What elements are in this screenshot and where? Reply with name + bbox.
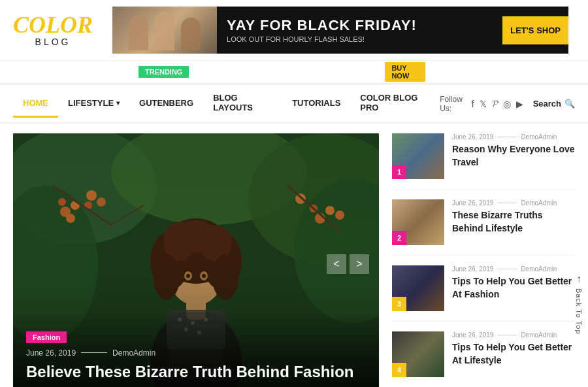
sidebar-item[interactable]: 1 June 26, 2019 DemoAdmin Reason Why Eve… — [392, 133, 575, 190]
sidebar-meta: June 26, 2019 DemoAdmin — [452, 265, 575, 273]
sidebar-number: 1 — [392, 165, 406, 179]
sidebar-item-content: June 26, 2019 DemoAdmin These Bizarre Tr… — [452, 199, 575, 245]
site-logo[interactable]: COLOR BLOG — [13, 13, 93, 47]
sidebar-author: DemoAdmin — [521, 133, 557, 141]
sidebar-date: June 26, 2019 — [452, 133, 493, 141]
hero-meta-divider — [81, 352, 107, 353]
nav-item-blog-layouts[interactable]: BLOG LAYOUTS — [203, 85, 282, 122]
sidebar-item[interactable]: 3 June 26, 2019 DemoAdmin Tips To Help Y… — [392, 265, 575, 322]
back-to-top-button[interactable]: ↑ Back To Top — [575, 273, 583, 335]
banner-title: YAY FOR BLACK FRIDAY! — [227, 17, 493, 34]
hero-meta: June 26, 2019 DemoAdmin — [26, 348, 366, 358]
header: COLOR BLOG YAY FOR BLACK FRIDAY! LOOK OU… — [0, 0, 588, 61]
sidebar-item-content: June 26, 2019 DemoAdmin Tips To Help You… — [452, 331, 575, 377]
hero-title: Believe These Bizarre Truth Behind Fashi… — [26, 362, 366, 382]
hero-slider: < > Fashion June 26, 2019 DemoAdmin Beli… — [13, 133, 379, 387]
logo-blog-text: BLOG — [35, 37, 71, 47]
sidebar-date: June 26, 2019 — [452, 331, 493, 339]
hero-controls: < > — [327, 254, 369, 274]
follow-label: Follow Us: — [440, 95, 466, 113]
banner-text: YAY FOR BLACK FRIDAY! LOOK OUT FOR HOURL… — [217, 10, 502, 50]
facebook-icon[interactable]: f — [472, 99, 474, 109]
sidebar-thumb: 4 — [392, 331, 444, 377]
sidebar-number: 4 — [392, 363, 406, 377]
meta-divider — [497, 203, 517, 203]
arrow-up-icon: ↑ — [576, 273, 581, 285]
hero-prev-button[interactable]: < — [327, 254, 346, 274]
chevron-down-icon: ▾ — [116, 99, 120, 107]
nav-item-lifestyle[interactable]: LIFESTYLE ▾ — [58, 90, 129, 118]
sidebar-author: DemoAdmin — [521, 199, 557, 207]
sidebar-title: Tips To Help You Get Better At Lifestyle — [452, 341, 575, 367]
sidebar-item[interactable]: 4 June 26, 2019 DemoAdmin Tips To Help Y… — [392, 331, 575, 387]
nav-item-color-blog-pro[interactable]: COLOR BLOG PRO — [350, 85, 440, 122]
hero-author: DemoAdmin — [112, 348, 155, 358]
sidebar-item-content: June 26, 2019 DemoAdmin Reason Why Every… — [452, 133, 575, 179]
sidebar-item-content: June 26, 2019 DemoAdmin Tips To Help You… — [452, 265, 575, 311]
nav-bar: HOME LIFESTYLE ▾ GUTENBERG BLOG LAYOUTS … — [0, 85, 588, 124]
sidebar-number: 3 — [392, 297, 406, 311]
banner-button[interactable]: LET'S SHOP — [502, 16, 568, 44]
sidebar-meta: June 26, 2019 DemoAdmin — [452, 331, 575, 339]
sidebar: 1 June 26, 2019 DemoAdmin Reason Why Eve… — [392, 133, 575, 387]
sidebar-author: DemoAdmin — [521, 265, 557, 273]
sidebar-date: June 26, 2019 — [452, 199, 493, 207]
sidebar-author: DemoAdmin — [521, 331, 557, 339]
banner-ad: YAY FOR BLACK FRIDAY! LOOK OUT FOR HOURL… — [112, 7, 568, 54]
sidebar-thumb: 1 — [392, 133, 444, 179]
nav-item-tutorials[interactable]: TUTORIALS — [282, 90, 350, 118]
search-button[interactable]: Search 🔍 — [533, 99, 575, 109]
sidebar-title: Reason Why Everyone Love Travel — [452, 143, 575, 169]
sidebar-thumb: 2 — [392, 199, 444, 245]
sidebar-meta: June 26, 2019 DemoAdmin — [452, 199, 575, 207]
meta-divider — [497, 335, 517, 335]
search-label: Search — [533, 99, 561, 109]
pinterest-icon[interactable]: 𝓟 — [492, 98, 498, 109]
nav-item-gutenberg[interactable]: GUTENBERG — [129, 90, 203, 118]
nav-item-home[interactable]: HOME — [13, 90, 58, 118]
trending-bar: TRENDING BUY NOW — [0, 61, 588, 85]
banner-image — [112, 7, 217, 54]
hero-next-button[interactable]: > — [350, 254, 369, 274]
banner-subtitle: LOOK OUT FOR HOURLY FLASH SALES! — [227, 35, 493, 43]
sidebar-title: Tips To Help You Get Better At Fashion — [452, 275, 575, 301]
search-icon: 🔍 — [564, 99, 575, 109]
instagram-icon[interactable]: ◎ — [503, 99, 511, 109]
sidebar-number: 2 — [392, 231, 406, 245]
hero-category[interactable]: Fashion — [26, 331, 67, 343]
sidebar-meta: June 26, 2019 DemoAdmin — [452, 133, 575, 141]
hero-overlay: Fashion June 26, 2019 DemoAdmin Believe … — [13, 311, 379, 387]
trending-badge: TRENDING — [139, 66, 189, 78]
main-content: < > Fashion June 26, 2019 DemoAdmin Beli… — [0, 124, 588, 387]
sidebar-date: June 26, 2019 — [452, 265, 493, 273]
sidebar-title: These Bizarre Truths Behind Lifestyle — [452, 209, 575, 235]
buy-now-badge[interactable]: BUY NOW — [385, 62, 425, 82]
sidebar-thumb: 3 — [392, 265, 444, 311]
meta-divider — [497, 137, 517, 137]
follow-us: Follow Us: f 𝕏 𝓟 ◎ ▶ — [440, 95, 523, 113]
meta-divider — [497, 269, 517, 269]
hero-date: June 26, 2019 — [26, 348, 76, 358]
sidebar-item[interactable]: 2 June 26, 2019 DemoAdmin These Bizarre … — [392, 199, 575, 256]
twitter-icon[interactable]: 𝕏 — [480, 99, 487, 109]
back-to-top-label: Back To Top — [575, 288, 583, 335]
logo-color-text: COLOR — [13, 13, 93, 37]
youtube-icon[interactable]: ▶ — [516, 99, 523, 109]
